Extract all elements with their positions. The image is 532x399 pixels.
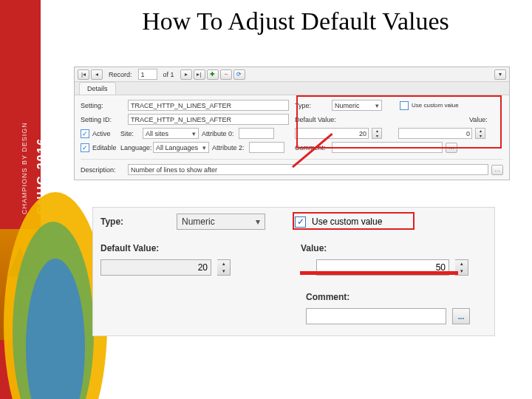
zoom-comment-label: Comment:: [306, 292, 358, 302]
zoom-panel: Type: Numeric Use custom value Default V…: [92, 207, 495, 336]
editable-label: Editable: [92, 144, 117, 151]
attr2-input[interactable]: [249, 142, 284, 153]
nav-next-icon[interactable]: ▸: [180, 69, 192, 80]
attr0-label: Attribute 0:: [202, 130, 236, 137]
site-select[interactable]: All sites: [143, 128, 199, 139]
setting-label: Setting:: [81, 102, 125, 109]
active-checkbox[interactable]: [81, 129, 89, 138]
nav-prev-icon[interactable]: ◂: [91, 69, 103, 80]
attr0-input[interactable]: [239, 128, 274, 139]
active-label: Active: [92, 130, 117, 137]
record-position[interactable]: 1: [138, 69, 157, 80]
nav-first-icon[interactable]: |◂: [78, 69, 89, 80]
zoom-default-spinner[interactable]: ▴▾: [217, 259, 231, 276]
zoom-comment-input[interactable]: [306, 308, 446, 324]
banner-subtitle: CHAMPIONS BY DESIGN: [21, 122, 28, 214]
description-label: Description:: [81, 166, 125, 174]
site-label: Site:: [120, 130, 140, 137]
record-navigator: |◂ ◂ Record: 1 of 1 ▸ ▸| ✚ － ⟳ ▾: [75, 67, 509, 82]
record-label: Record:: [109, 71, 132, 78]
nav-refresh-icon[interactable]: ⟳: [233, 69, 245, 80]
zoom-value-label: Value:: [301, 243, 338, 253]
zoom-comment-browse-icon[interactable]: ...: [452, 308, 470, 324]
zoom-default-input[interactable]: 20: [100, 259, 211, 276]
setting-input[interactable]: TRACE_HTTP_N_LINES_AFTER: [128, 100, 289, 111]
banner-title: SNUG 2016: [35, 137, 49, 214]
language-label: Language:: [120, 144, 150, 151]
nav-delete-icon[interactable]: －: [220, 69, 232, 80]
zoom-highlight-box: [293, 212, 415, 230]
record-of: of 1: [163, 71, 174, 78]
nav-add-icon[interactable]: ✚: [207, 69, 219, 80]
description-browse-icon[interactable]: …: [491, 165, 503, 175]
language-select[interactable]: All Languages: [153, 142, 209, 153]
zoom-type-label: Type:: [100, 216, 171, 227]
tab-bar: Details: [75, 82, 509, 95]
setting-id-input[interactable]: TRACE_HTTP_N_LINES_AFTER: [128, 114, 289, 125]
tab-details[interactable]: Details: [79, 82, 116, 95]
swoosh-graphic: [41, 0, 100, 399]
nav-expand-icon[interactable]: ▾: [494, 69, 506, 80]
editable-checkbox[interactable]: [81, 143, 89, 152]
zoom-default-label: Default Value:: [100, 243, 171, 253]
torch-graphic: [0, 229, 41, 340]
zoom-underline: [300, 271, 458, 275]
nav-last-icon[interactable]: ▸|: [194, 69, 205, 80]
setting-id-label: Setting ID:: [81, 116, 125, 123]
settings-panel: |◂ ◂ Record: 1 of 1 ▸ ▸| ✚ － ⟳ ▾ Details…: [74, 66, 510, 180]
zoom-type-select[interactable]: Numeric: [177, 214, 265, 230]
page-title: How To Adjust Default Values: [89, 7, 502, 35]
attr2-label: Attribute 2:: [212, 144, 246, 151]
